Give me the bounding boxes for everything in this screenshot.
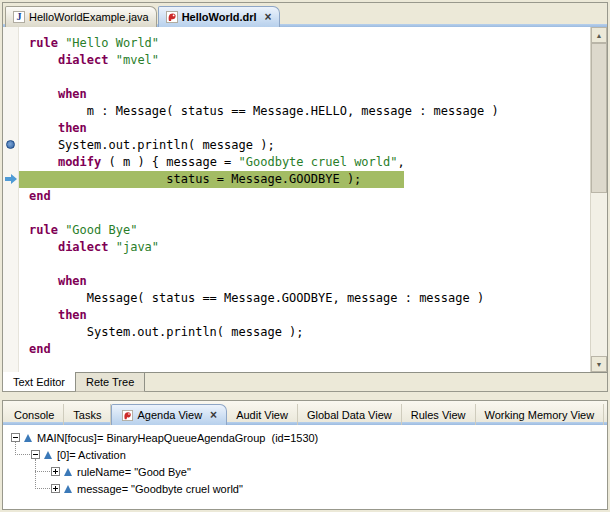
view-tab-tasks[interactable]: Tasks [64,404,111,425]
editor-body: rule "Hello World" dialect "mvel" when m… [3,27,607,372]
code-text: , [398,155,405,169]
code-line: Message( status == Message.GOODBYE, mess… [19,290,590,307]
horizontal-sash[interactable] [2,392,608,400]
editor-gutter[interactable] [3,27,19,372]
java-file-icon: J [13,11,25,23]
code-keyword: dialect [58,53,109,67]
code-line: end [19,341,590,358]
code-line: rule "Good Bye" [19,222,590,239]
breakpoint-icon[interactable] [6,140,15,149]
code-text: Message( status == Message.GOODBYE, mess… [29,291,484,305]
code-line [19,69,590,86]
drools-view-icon [121,409,133,421]
code-text: m : Message( status == Message.HELLO, me… [29,104,499,118]
editor-tab-helloworld-drl[interactable]: HelloWorld.drl × [158,6,280,27]
scrollbar-thumb[interactable] [591,43,607,193]
fact-triangle-icon [64,468,72,476]
code-keyword: rule [29,223,58,237]
editor-tab-label: HelloWorld.drl [182,11,257,23]
code-line-highlighted: status = Message.GOODBYE ); [19,171,590,188]
view-tab-label: Agenda View [137,409,202,421]
code-keyword: then [58,308,87,322]
view-tab-label: Tasks [73,409,101,421]
code-keyword: rule [29,36,58,50]
code-text [29,240,58,254]
code-line: dialect "mvel" [19,52,590,69]
close-tab-icon[interactable]: × [265,12,272,22]
tree-item[interactable]: message= "Goodbyte cruel world" [3,480,607,497]
view-tab-console[interactable]: Console [5,404,64,425]
code-area[interactable]: rule "Hello World" dialect "mvel" when m… [19,27,590,372]
editor-vertical-scrollbar[interactable]: ▲ ▼ [590,27,607,372]
code-keyword: modify [58,155,101,169]
code-line: end [19,188,590,205]
editor-group: J HelloWorldExample.java HelloWorld.drl … [2,2,608,392]
code-text [29,121,58,135]
scrollbar-track[interactable] [591,193,607,356]
code-string: "Good Bye" [65,223,137,237]
tree-item-label: ruleName= "Good Bye" [77,466,191,478]
tab-text-editor[interactable]: Text Editor [3,372,76,391]
collapse-icon[interactable] [11,433,20,442]
scroll-down-icon[interactable]: ▼ [591,356,607,372]
tree-item[interactable]: MAIN[focus]= BinaryHeapQueueAgendaGroup … [3,429,607,446]
drools-file-icon [166,11,178,23]
tree-item-label: MAIN[focus]= BinaryHeapQueueAgendaGroup … [37,432,318,444]
view-tab-rules-view[interactable]: Rules View [402,404,476,425]
collapse-icon[interactable] [31,450,40,459]
code-keyword: dialect [58,240,109,254]
code-keyword: then [58,121,87,135]
bottom-panel: ConsoleTasksAgenda View×Audit ViewGlobal… [2,400,608,510]
eclipse-workbench: J HelloWorldExample.java HelloWorld.drl … [0,0,610,512]
code-text: status = Message.GOODBYE ); [29,172,361,186]
code-line: when [19,273,590,290]
code-line: then [19,307,590,324]
scroll-up-icon[interactable]: ▲ [591,27,607,43]
view-tab-agenda-view[interactable]: Agenda View× [111,404,227,425]
code-string: "Hello World" [65,36,159,50]
code-text [108,240,115,254]
view-tab-audit-view[interactable]: Audit View [227,404,298,425]
expand-icon[interactable] [51,484,60,493]
editor-tab-bar: J HelloWorldExample.java HelloWorld.drl … [3,3,607,27]
view-tab-label: Audit View [236,409,288,421]
expand-icon[interactable] [51,467,60,476]
view-tab-junit[interactable]: JUnit [604,404,610,425]
code-text [29,155,58,169]
editor-tab-helloworldexample-java[interactable]: J HelloWorldExample.java [5,6,157,27]
fact-triangle-icon [44,451,52,459]
view-tab-label: Console [14,409,54,421]
close-view-icon[interactable]: × [210,410,217,420]
tree-item[interactable]: [0]= Activation [3,446,607,463]
code-line: m : Message( status == Message.HELLO, me… [19,103,590,120]
code-keyword: end [29,342,51,356]
code-text [29,274,58,288]
code-keyword: end [29,189,51,203]
tab-rete-tree[interactable]: Rete Tree [76,373,145,392]
code-text: System.out.println( message ); [29,138,275,152]
code-string: "java" [116,240,159,254]
code-keyword: when [58,87,87,101]
instruction-pointer-icon[interactable] [5,174,17,184]
view-tab-label: Rules View [411,409,466,421]
editor-tab-label: HelloWorldExample.java [29,11,149,23]
code-line: System.out.println( message ); [19,324,590,341]
editor-mode-tabs: Text Editor Rete Tree [3,372,607,391]
code-line: rule "Hello World" [19,35,590,52]
code-string: "Goodbyte cruel world" [239,155,398,169]
code-text [29,87,58,101]
code-keyword: when [58,274,87,288]
fact-triangle-icon [24,434,32,442]
code-text: ( m ) { message = [101,155,238,169]
view-tab-label: Working Memory View [485,409,595,421]
view-tab-global-data-view[interactable]: Global Data View [298,404,402,425]
tree-item-label: [0]= Activation [57,449,126,461]
code-text [108,53,115,67]
code-line [19,205,590,222]
code-string: "mvel" [116,53,159,67]
tree-item[interactable]: ruleName= "Good Bye" [3,463,607,480]
view-tab-working-memory-view[interactable]: Working Memory View [476,404,605,425]
view-tab-label: Global Data View [307,409,392,421]
code-line: modify ( m ) { message = "Goodbyte cruel… [19,154,590,171]
tree-item-label: message= "Goodbyte cruel world" [77,483,243,495]
